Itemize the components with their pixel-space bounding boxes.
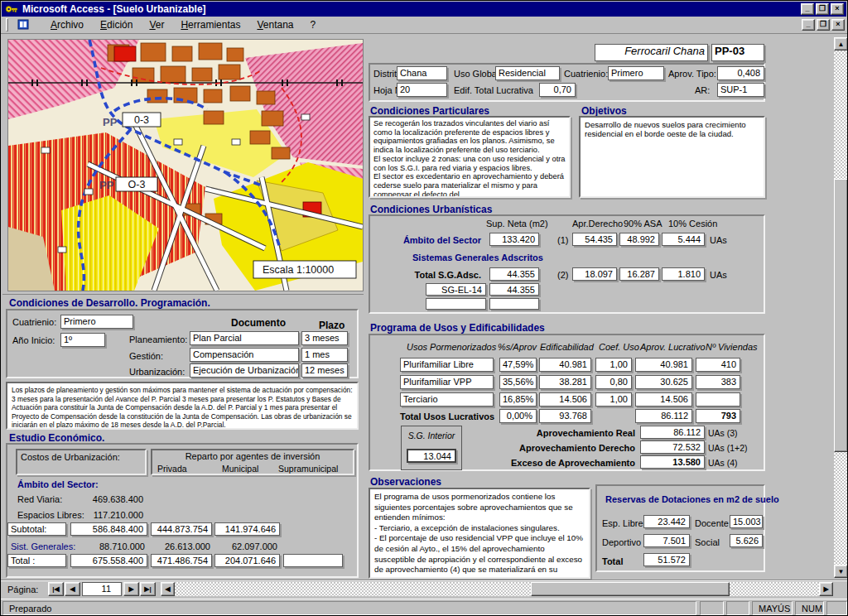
urbanizacion-label: Urbanización: (129, 367, 185, 377)
reservas-total-field[interactable]: 51.572 (643, 553, 690, 566)
urbanizacion-plazo-field[interactable]: 12 meses (301, 363, 348, 378)
particulares-textarea[interactable]: Se recogerán los trazados vinculantes de… (369, 116, 571, 198)
uso-row-field[interactable]: Plurifamiliar VPP (400, 375, 494, 389)
total-sg-cesion-field[interactable]: 1.810 (662, 267, 705, 281)
vscroll-thumb[interactable] (834, 179, 848, 452)
pct-row-field[interactable]: 47,59% (499, 358, 537, 372)
sg-item-sup-empty-field[interactable] (489, 298, 539, 310)
sg-item-empty-field[interactable] (426, 298, 486, 310)
urbanizacion-doc-field[interactable]: Ejecución de Urbanización (190, 363, 299, 378)
total-total-field[interactable]: 675.558.400 (70, 554, 147, 567)
social-field[interactable]: 5.626 (730, 534, 763, 547)
esp-libre-field[interactable]: 23.442 (643, 515, 690, 528)
ambito-cesion-field[interactable]: 5.444 (662, 233, 705, 246)
edif-row-field[interactable]: 14.506 (539, 392, 591, 407)
total-sg-sup-field[interactable]: 44.355 (489, 267, 539, 281)
sg-interior-field[interactable]: 13.044 (407, 449, 456, 463)
sg-item-sup-field[interactable]: 44.355 (489, 283, 539, 296)
distrito-field[interactable]: Chana (397, 66, 447, 80)
deportivo-field[interactable]: 7.501 (643, 534, 690, 547)
col-supramunicipal: Supramunicipal (278, 464, 338, 474)
vscroll-up-button[interactable]: ▲ (834, 37, 848, 51)
menu-archivo[interactable]: Archivo (43, 17, 91, 32)
page-number-field[interactable]: 11 (82, 582, 122, 596)
total-sg-asa-field[interactable]: 16.287 (619, 267, 659, 281)
uso-row-field[interactable]: Plurifamiliar Libre (400, 358, 494, 372)
next-page-button[interactable]: ▶ (123, 582, 139, 596)
hscroll-thumb[interactable] (531, 582, 730, 596)
pct-row-field[interactable]: 35,56% (499, 375, 537, 389)
viv-row-field[interactable]: 410 (696, 358, 740, 372)
aprov-row-field[interactable]: 14.506 (635, 392, 692, 407)
edif-row-field[interactable]: 38.281 (539, 375, 591, 389)
total-municipal-field[interactable]: 204.071.646 (214, 554, 280, 567)
viv-row-field[interactable] (696, 392, 740, 407)
edif-field[interactable]: 0,70 (539, 83, 576, 97)
objetivos-textarea[interactable]: Desarrollo de nuevos suelos para crecimi… (579, 116, 765, 198)
planeamiento-doc-field[interactable]: Plan Parcial (190, 331, 299, 345)
subtotal-municipal-field[interactable]: 141.974.646 (214, 522, 280, 536)
desarrollo-cuatrienio-field[interactable]: Primero (60, 315, 133, 329)
restore-button[interactable]: ❐ (816, 3, 829, 15)
total-pct-field[interactable]: 0,00% (499, 409, 537, 423)
particulares-text: Se recogerán los trazados vinculantes de… (373, 119, 566, 198)
doc-close-button[interactable]: × (831, 19, 845, 31)
aprov-row-field[interactable]: 30.625 (635, 375, 692, 389)
coef-row-field[interactable]: 1,00 (595, 392, 632, 407)
observaciones-textarea[interactable]: El programa de usos pormenorizados conti… (369, 488, 590, 579)
hscroll-left-button[interactable]: ◀ (161, 582, 175, 596)
exceso-field[interactable]: 13.580 (640, 455, 705, 469)
ambito-apr-field[interactable]: 54.435 (572, 233, 617, 246)
subtotal-privada-field[interactable]: 444.873.754 (151, 522, 212, 536)
gestion-doc-field[interactable]: Compensación (190, 348, 299, 362)
total-extra-empty-field[interactable] (283, 554, 343, 567)
ar-field[interactable]: SUP-1 (717, 83, 764, 97)
sector-code-field[interactable]: PP-03 (711, 44, 764, 61)
viv-row-field[interactable]: 383 (696, 375, 740, 389)
total-sg-apr-field[interactable]: 18.097 (572, 267, 617, 281)
prev-page-button[interactable]: ◀ (65, 582, 80, 596)
menu-herramientas[interactable]: Herramientas (173, 17, 248, 32)
sg-item-field[interactable]: SG-EL-14 (426, 283, 486, 296)
aprov-real-field[interactable]: 86.112 (640, 426, 705, 439)
doc-restore-button[interactable]: ❐ (817, 19, 830, 31)
uso-global-field[interactable]: Residencial (495, 66, 560, 80)
docente-field[interactable]: 15.003 (730, 515, 763, 528)
doc-minimize-button[interactable]: _ (802, 19, 815, 31)
ambito-asa-field[interactable]: 48.992 (619, 233, 659, 246)
aprov-tipo-field[interactable]: 0,408 (717, 66, 764, 80)
ambito-sup-field[interactable]: 133.420 (489, 233, 539, 246)
form-book-icon (17, 19, 30, 31)
aprov-real-label: Aprovechamiento Real (498, 428, 635, 438)
aprov-derecho-field[interactable]: 72.532 (640, 440, 705, 454)
uso-row-field[interactable]: Terciario (400, 392, 494, 407)
cuatrienio-field[interactable]: Primero (608, 66, 664, 80)
menu-ver[interactable]: Ver (142, 17, 171, 32)
planeamiento-plazo-field[interactable]: 3 meses (301, 331, 348, 345)
total-privada-field[interactable]: 471.486.754 (151, 554, 212, 567)
total-viv-field[interactable]: 793 (696, 409, 740, 423)
hscroll-right-button[interactable]: ▶ (819, 582, 833, 596)
aprov-row-field[interactable]: 40.981 (635, 358, 692, 372)
menu-ayuda[interactable]: ? (303, 17, 324, 32)
menu-ventana[interactable]: Ventana (249, 17, 301, 32)
coef-row-field[interactable]: 0,80 (595, 375, 632, 389)
pct-row-field[interactable]: 16,85% (499, 392, 537, 407)
total-edif-field[interactable]: 93.768 (539, 409, 591, 423)
hoja-field[interactable]: 20 (397, 83, 447, 97)
close-button[interactable]: × (831, 3, 844, 15)
ano-inicio-field[interactable]: 1º (60, 333, 105, 347)
edif-row-field[interactable]: 40.981 (539, 358, 591, 372)
objetivos-text: Desarrollo de nuevos suelos para crecimi… (585, 120, 759, 138)
gestion-plazo-field[interactable]: 1 mes (301, 348, 348, 362)
sector-name-field[interactable]: Ferrocaril Chana (595, 44, 708, 61)
last-page-button[interactable]: ▶| (140, 582, 156, 596)
total-aprov-field[interactable]: 86.112 (635, 409, 692, 423)
vscroll-down-button[interactable]: ▼ (834, 565, 848, 578)
minimize-button[interactable]: _ (801, 3, 814, 15)
first-page-button[interactable]: |◀ (48, 582, 64, 596)
subtotal-total-field[interactable]: 586.848.400 (70, 522, 147, 536)
reservas-total-label: Total (602, 556, 623, 566)
menu-edicion[interactable]: Edición (93, 17, 140, 32)
coef-row-field[interactable]: 1,00 (595, 358, 632, 372)
